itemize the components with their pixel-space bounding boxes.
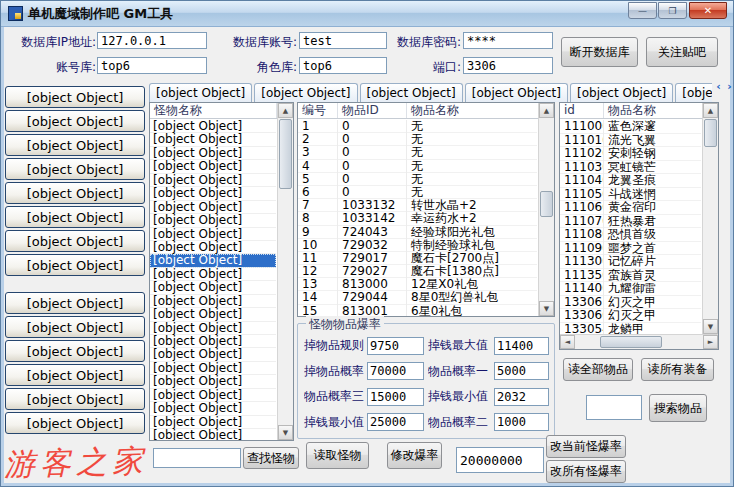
scroll-up-icon[interactable]: ▲ xyxy=(278,103,293,118)
maximize-button[interactable]: ❐ xyxy=(658,2,687,19)
tab[interactable]: [object Object] xyxy=(675,83,712,102)
drop-rate-field-input[interactable] xyxy=(367,362,424,380)
follow-tieba-button[interactable]: 关注贴吧 xyxy=(646,37,718,67)
drop-table-row[interactable]: 11 729017 魔石卡[2700点] xyxy=(298,252,537,265)
scroll-up-icon[interactable]: ▲ xyxy=(703,103,718,118)
drop-rate-field-input[interactable] xyxy=(367,388,424,406)
disconnect-db-button[interactable]: 断开数据库 xyxy=(561,37,638,67)
sidebar-button[interactable]: [object Object] xyxy=(5,292,145,314)
db-ip-input[interactable] xyxy=(97,32,207,49)
drop-table-row[interactable]: 6 0 无 xyxy=(298,186,537,199)
tab[interactable]: [object Object] xyxy=(570,83,673,102)
monster-list-item[interactable]: [object Object] xyxy=(150,348,276,361)
drop-table-row[interactable]: 4 0 无 xyxy=(298,160,537,173)
drop-table-row[interactable]: 8 1033142 幸运药水+2 xyxy=(298,212,537,225)
read-all-items-button[interactable]: 读全部物品 xyxy=(563,358,633,381)
drop-rate-field-input[interactable] xyxy=(494,362,549,380)
scroll-down-icon[interactable]: ▼ xyxy=(703,319,718,334)
money-amount-input[interactable] xyxy=(456,447,544,473)
item-list-row[interactable]: 133061 幻灭之甲 xyxy=(560,296,701,310)
tab-scroll-right-icon[interactable]: › xyxy=(724,80,734,94)
drop-rate-field-input[interactable] xyxy=(494,413,549,431)
item-list-row[interactable]: 111010 流光飞翼 xyxy=(560,134,701,148)
item-list-row[interactable]: 111020 安刺轻钢 xyxy=(560,147,701,161)
monster-list-item[interactable]: [object Object] xyxy=(150,120,276,133)
drop-table-row[interactable]: 10 729032 特制经验球礼包 xyxy=(298,239,537,252)
minimize-button[interactable]: — xyxy=(628,2,657,19)
sidebar-button[interactable]: [object Object] xyxy=(5,206,145,228)
drop-table-row[interactable]: 13 813000 12星X0礼包 xyxy=(298,278,537,291)
change-all-rate-button[interactable]: 改所有怪爆率 xyxy=(546,460,626,483)
monster-list-item[interactable]: [object Object] xyxy=(150,268,276,281)
title-bar[interactable]: 单机魔域制作吧 GM工具 xyxy=(1,1,733,27)
sidebar-button[interactable]: [object Object] xyxy=(5,316,145,338)
monster-list-item[interactable]: [object Object] xyxy=(150,254,276,267)
monster-list-item[interactable]: [object Object] xyxy=(150,228,276,241)
drop-table-row[interactable]: 12 729027 魔石卡[1380点] xyxy=(298,265,537,278)
drop-table-row[interactable]: 1 0 无 xyxy=(298,120,537,133)
tab[interactable]: [object Object] xyxy=(465,83,568,102)
monster-list-item[interactable]: [object Object] xyxy=(150,322,276,335)
item-list-row[interactable]: 111090 噩梦之首 xyxy=(560,242,701,256)
read-monster-button[interactable]: 读取怪物 xyxy=(306,442,369,469)
tab[interactable]: [object Object] xyxy=(149,83,252,102)
scroll-down-icon[interactable]: ▼ xyxy=(278,425,293,440)
monster-list-item[interactable]: [object Object] xyxy=(150,174,276,187)
drop-rate-field-input[interactable] xyxy=(494,388,549,406)
item-list-row[interactable]: 111300 记忆碎片 xyxy=(560,255,701,269)
sidebar-button[interactable]: [object Object] xyxy=(5,340,145,362)
item-list-row[interactable]: 111040 龙翼圣痕 xyxy=(560,174,701,188)
drop-table-row[interactable]: 2 0 无 xyxy=(298,133,537,146)
drop-table-row[interactable]: 5 0 无 xyxy=(298,173,537,186)
scrollbar-thumb[interactable] xyxy=(279,119,292,189)
role-db-input[interactable] xyxy=(299,57,387,74)
item-list-row[interactable]: 133060 幻灭之甲 xyxy=(560,309,701,323)
drop-rate-field-input[interactable] xyxy=(367,337,424,355)
monster-list-item[interactable]: [object Object] xyxy=(150,281,276,294)
scrollbar-thumb[interactable] xyxy=(704,119,717,147)
tab[interactable]: [object Object] xyxy=(254,83,357,102)
drop-table-row[interactable]: 7 1033132 转世水晶+2 xyxy=(298,199,537,212)
sidebar-button[interactable]: [object Object] xyxy=(5,412,145,434)
monster-list-item[interactable]: [object Object] xyxy=(150,308,276,321)
item-list-row[interactable]: 111000 蓝色深邃 xyxy=(560,120,701,134)
monster-list-item[interactable]: [object Object] xyxy=(150,295,276,308)
scroll-right-icon[interactable]: ► xyxy=(703,335,718,349)
monster-list-item[interactable]: [object Object] xyxy=(150,402,276,415)
drop-table-row[interactable]: 15 813001 6星0礼包 xyxy=(298,305,537,316)
monster-list-item[interactable]: [object Object] xyxy=(150,133,276,146)
search-item-button[interactable]: 搜索物品 xyxy=(649,394,707,422)
monster-list-item[interactable]: [object Object] xyxy=(150,416,276,429)
sidebar-button[interactable]: [object Object] xyxy=(5,230,145,252)
item-search-input[interactable] xyxy=(586,395,642,420)
read-all-equip-button[interactable]: 读所有装备 xyxy=(641,358,714,381)
tab-scroll-left-icon[interactable]: ‹ xyxy=(713,80,724,94)
monster-list-item[interactable]: [object Object] xyxy=(150,362,276,375)
monster-list-item[interactable]: [object Object] xyxy=(150,147,276,160)
item-list-row[interactable]: 133054 龙鳞甲 xyxy=(560,323,701,335)
port-input[interactable] xyxy=(463,57,553,74)
sidebar-button[interactable]: [object Object] xyxy=(5,86,145,108)
modify-rate-button[interactable]: 修改爆率 xyxy=(387,442,442,469)
item-list-row[interactable]: 111400 九耀御雷 xyxy=(560,282,701,296)
account-db-input[interactable] xyxy=(97,57,207,74)
change-current-rate-button[interactable]: 改当前怪爆率 xyxy=(546,435,626,458)
monster-list-item[interactable]: [object Object] xyxy=(150,375,276,388)
item-list-row[interactable]: 111050 斗战迷惘 xyxy=(560,188,701,202)
item-list-hscrollbar[interactable]: ◄ ► xyxy=(560,334,718,349)
monster-list-scrollbar[interactable]: ▲ ▼ xyxy=(277,103,293,440)
sidebar-button[interactable]: [object Object] xyxy=(5,134,145,156)
monster-list-item[interactable]: [object Object] xyxy=(150,389,276,402)
sidebar-button[interactable]: [object Object] xyxy=(5,110,145,132)
drop-table-row[interactable]: 9 724043 经验球阳光礼包 xyxy=(298,226,537,239)
drop-table-row[interactable]: 14 729044 8星0型幻兽礼包 xyxy=(298,291,537,304)
drop-rate-field-input[interactable] xyxy=(494,337,549,355)
item-list-row[interactable]: 111030 冥虹镜芒 xyxy=(560,161,701,175)
scrollbar-thumb[interactable] xyxy=(540,191,553,217)
monster-list-item[interactable]: [object Object] xyxy=(150,241,276,254)
sidebar-button[interactable]: [object Object] xyxy=(5,388,145,410)
tab[interactable]: [object Object] xyxy=(360,83,463,102)
item-list-row[interactable]: 111350 蛮族首灵 xyxy=(560,269,701,283)
db-password-input[interactable] xyxy=(463,32,553,49)
scroll-left-icon[interactable]: ◄ xyxy=(560,335,575,349)
